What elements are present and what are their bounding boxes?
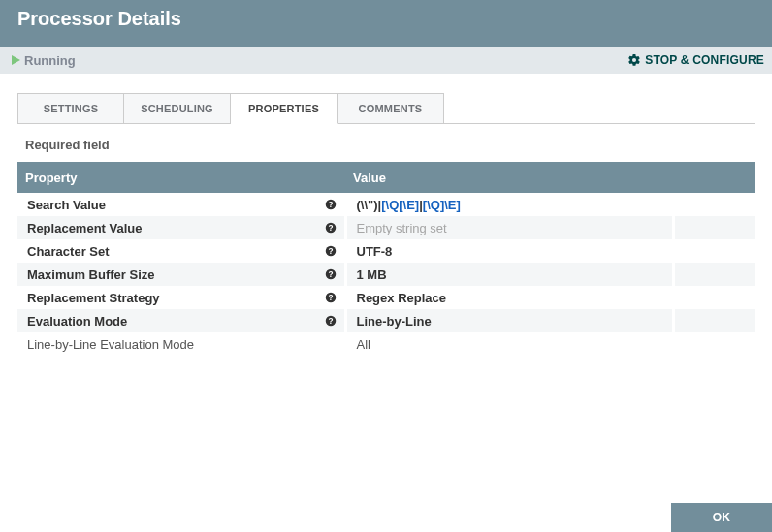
tab-bar: SETTINGS SCHEDULING PROPERTIES COMMENTS [17,93,755,124]
column-header-property: Property [17,162,345,193]
property-value-cell[interactable]: Line-by-Line [345,309,673,332]
property-name-cell: Character Set ? [17,239,345,263]
property-value: Line-by-Line [357,314,432,329]
svg-text:?: ? [328,224,333,233]
help-icon[interactable]: ? [325,199,337,210]
properties-table: Property Value Search Value ? (\\")|[\Q[… [17,162,755,356]
tab-comments[interactable]: COMMENTS [338,93,444,124]
content-area: SETTINGS SCHEDULING PROPERTIES COMMENTS … [0,74,772,356]
tab-settings[interactable]: SETTINGS [17,93,124,124]
property-value: Empty string set [357,221,447,235]
status-bar: Running STOP & CONFIGURE [0,47,772,74]
tab-properties[interactable]: PROPERTIES [231,93,338,124]
svg-text:?: ? [328,247,333,256]
property-name: Evaluation Mode [27,314,127,329]
help-icon[interactable]: ? [325,292,337,303]
status-label: Running [24,53,76,68]
property-value: (\\")|[\Q[\E]|[\Q]\E] [357,198,461,212]
property-name: Line-by-Line Evaluation Mode [27,337,194,352]
help-icon[interactable]: ? [325,222,337,234]
gear-icon [627,53,641,67]
property-name-cell: Replacement Strategy ? [17,286,345,309]
property-name-cell: Replacement Value ? [17,216,345,239]
svg-text:?: ? [328,317,333,326]
svg-text:?: ? [328,201,333,209]
help-icon[interactable]: ? [325,268,337,280]
property-name: Replacement Value [27,221,143,235]
page-title: Processor Details [17,8,755,30]
table-row[interactable]: Replacement Value ? Empty string set [17,216,755,239]
property-name-cell: Maximum Buffer Size ? [17,263,345,286]
ok-button[interactable]: OK [671,503,772,532]
column-header-extra [673,162,755,193]
property-value-cell[interactable]: 1 MB [345,263,673,286]
property-value-cell[interactable]: All [345,332,673,356]
property-extra-cell [673,193,755,216]
property-name-cell: Evaluation Mode ? [17,309,345,332]
column-header-value: Value [345,162,673,193]
property-value: Regex Replace [357,291,447,305]
tab-scheduling[interactable]: SCHEDULING [124,93,231,124]
property-name: Search Value [27,198,106,212]
status-indicator: Running [12,53,76,68]
table-row[interactable]: Search Value ? (\\")|[\Q[\E]|[\Q]\E] [17,193,755,216]
table-row[interactable]: Line-by-Line Evaluation ModeAll [17,332,755,356]
stop-configure-button[interactable]: STOP & CONFIGURE [627,53,764,67]
help-icon[interactable]: ? [325,245,337,257]
property-name-cell: Search Value ? [17,193,345,216]
property-value-cell[interactable]: Empty string set [345,216,673,239]
table-row[interactable]: Replacement Strategy ? Regex Replace [17,286,755,309]
dialog-header: Processor Details [0,0,772,47]
dialog-footer: OK [0,503,772,532]
svg-text:?: ? [328,294,333,302]
property-name: Replacement Strategy [27,291,160,305]
property-name: Character Set [27,244,110,259]
property-name-cell: Line-by-Line Evaluation Mode [17,332,345,356]
property-value-cell[interactable]: UTF-8 [345,239,673,263]
property-value: 1 MB [357,267,387,282]
table-row[interactable]: Evaluation Mode ? Line-by-Line [17,309,755,332]
property-extra-cell [673,286,755,309]
property-name: Maximum Buffer Size [27,267,154,282]
property-extra-cell [673,263,755,286]
table-header-row: Property Value [17,162,755,193]
property-extra-cell [673,332,755,356]
property-value: All [357,337,370,352]
table-row[interactable]: Maximum Buffer Size ? 1 MB [17,263,755,286]
property-extra-cell [673,309,755,332]
svg-text:?: ? [328,270,333,279]
property-value: UTF-8 [357,244,393,259]
stop-configure-label: STOP & CONFIGURE [645,53,764,67]
table-row[interactable]: Character Set ? UTF-8 [17,239,755,263]
property-extra-cell [673,239,755,263]
property-value-cell[interactable]: Regex Replace [345,286,673,309]
help-icon[interactable]: ? [325,315,337,327]
property-extra-cell [673,216,755,239]
section-label: Required field [25,138,755,152]
property-value-cell[interactable]: (\\")|[\Q[\E]|[\Q]\E] [345,193,673,216]
play-icon [12,55,20,65]
